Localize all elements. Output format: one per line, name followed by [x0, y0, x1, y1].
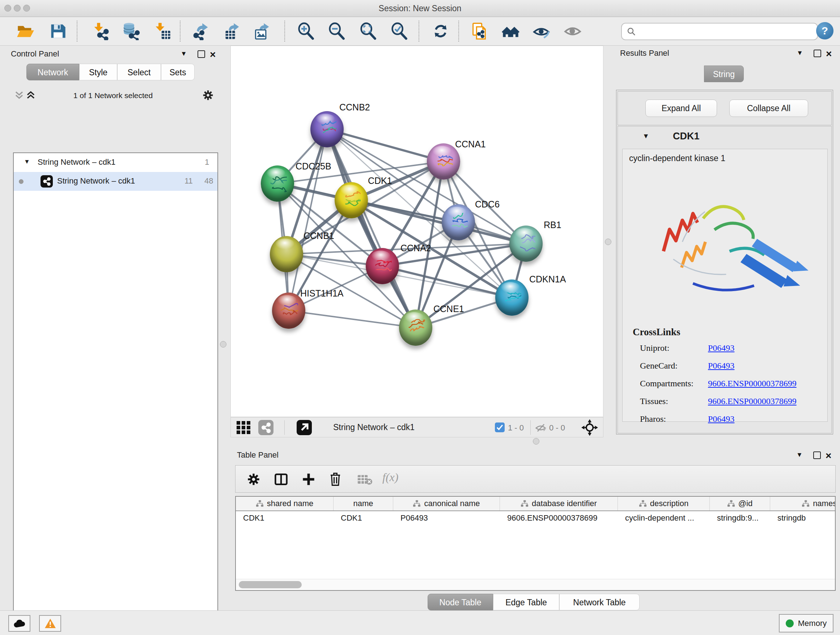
left-splitter-handle[interactable]: [220, 341, 226, 348]
results-panel-float-icon[interactable]: [813, 50, 821, 57]
network-node-CDC25B[interactable]: [261, 165, 294, 202]
hide-selected-button[interactable]: [532, 22, 551, 40]
export-network-button[interactable]: [192, 22, 210, 40]
hidden-count: 0 - 0: [549, 423, 565, 432]
search-input[interactable]: [621, 23, 818, 40]
network-edge[interactable]: [351, 200, 526, 244]
network-selection-status: 1 of 1 Network selected: [4, 91, 223, 100]
network-edge[interactable]: [289, 310, 416, 328]
column-header-name[interactable]: name: [333, 497, 393, 510]
network-node-CCNA2[interactable]: [366, 248, 399, 284]
apply-layout-button[interactable]: [431, 22, 450, 40]
tab-network[interactable]: Network: [27, 64, 79, 80]
network-node-CCNE1[interactable]: [399, 310, 432, 346]
pan-crosshair-icon[interactable]: [581, 419, 598, 438]
table-row[interactable]: CDK1CDK1P064939606.ENSP00000378699cyclin…: [236, 510, 836, 526]
crosslink-link[interactable]: 9606.ENSP00000378699: [708, 379, 797, 388]
network-node-RB1[interactable]: [509, 226, 543, 262]
export-table-button[interactable]: [223, 22, 241, 40]
delete-column-icon[interactable]: [328, 471, 343, 488]
table-cell: cyclin-dependent ...: [618, 510, 710, 526]
save-disk-icon: [49, 22, 67, 40]
protein-structure-thumbnail: [516, 234, 535, 253]
import-table-button[interactable]: [154, 22, 172, 40]
table-hscrollbar[interactable]: [236, 579, 835, 590]
add-column-icon[interactable]: [302, 472, 316, 488]
zoom-selected-button[interactable]: [390, 22, 408, 40]
network-node-CDKN1A[interactable]: [495, 279, 529, 316]
column-header-sharedname[interactable]: shared name: [236, 497, 333, 510]
node-label-CDKN1A: CDKN1A: [529, 274, 566, 285]
column-header-description[interactable]: description: [618, 497, 710, 510]
home-button[interactable]: [502, 22, 520, 40]
table-panel-menu-icon[interactable]: ▼: [795, 451, 804, 459]
tab-sets[interactable]: Sets: [161, 64, 195, 80]
export-table-icon: [223, 22, 241, 40]
table-panel-close-icon[interactable]: ×: [826, 452, 831, 459]
network-edge[interactable]: [289, 129, 327, 310]
crosslink-link[interactable]: 9606.ENSP00000378699: [708, 396, 797, 406]
import-network-icon: [91, 22, 109, 40]
crosslink-link[interactable]: P06493: [708, 414, 734, 424]
table-gear-icon[interactable]: [246, 472, 261, 488]
help-button[interactable]: ?: [816, 22, 834, 40]
network-row-selected[interactable]: String Network – cdk1 11 48: [14, 172, 218, 191]
hierarchy-icon: [727, 500, 735, 507]
network-node-CDK1[interactable]: [335, 182, 368, 218]
expand-all-button[interactable]: Expand All: [645, 100, 717, 117]
open-session-button[interactable]: [16, 22, 34, 40]
collection-expand-icon[interactable]: ▼: [24, 158, 30, 165]
collapse-all-button[interactable]: Collapse All: [729, 100, 808, 117]
memory-button[interactable]: Memory: [779, 614, 834, 632]
import-network-button[interactable]: [91, 22, 109, 40]
tab-select[interactable]: Select: [117, 64, 161, 80]
show-columns-icon[interactable]: [274, 472, 288, 488]
hidden-eye-slash-icon[interactable]: [535, 422, 547, 435]
zoom-fit-button[interactable]: [359, 22, 377, 40]
tab-network-table[interactable]: Network Table: [559, 594, 639, 610]
tab-edge-table[interactable]: Edge Table: [493, 594, 559, 610]
network-canvas[interactable]: CCNB2CCNA1CDC25BCDK1CDC6RB1CCNB1CCNA2CDK…: [231, 46, 603, 417]
control-panel-float-icon[interactable]: [197, 50, 205, 58]
table-panel-float-icon[interactable]: [813, 451, 821, 459]
selected-nodes-checkbox[interactable]: [495, 423, 505, 432]
results-panel-close-icon[interactable]: ×: [826, 50, 832, 57]
zoom-out-button[interactable]: [327, 22, 346, 40]
import-network-from-database-button[interactable]: [122, 22, 140, 40]
selected-count: 1 - 0: [508, 423, 524, 432]
tab-node-table[interactable]: Node Table: [428, 594, 493, 610]
results-panel-menu-icon[interactable]: ▼: [795, 49, 805, 57]
birds-eye-grid-icon[interactable]: [236, 420, 251, 436]
control-panel-close-icon[interactable]: ×: [210, 51, 216, 58]
export-image-button[interactable]: [253, 22, 271, 40]
network-node-CCNB1[interactable]: [270, 236, 303, 272]
clone-network-button[interactable]: [470, 22, 488, 40]
column-header-id[interactable]: @id: [710, 497, 770, 510]
zoom-in-button[interactable]: [297, 22, 315, 40]
show-all-button[interactable]: [564, 22, 582, 40]
save-session-button[interactable]: [49, 22, 67, 40]
crosslink-link[interactable]: P06493: [708, 361, 734, 371]
open-in-window-icon[interactable]: [297, 420, 312, 435]
right-splitter-handle[interactable]: [605, 239, 611, 245]
network-share-toggle-icon[interactable]: [258, 420, 273, 435]
network-panel-gear-icon[interactable]: [202, 89, 214, 103]
hscrollbar-thumb[interactable]: [239, 581, 302, 588]
column-header-canonicalname[interactable]: canonical name: [393, 497, 500, 510]
bottom-splitter-handle[interactable]: [533, 438, 539, 445]
tab-style[interactable]: Style: [79, 64, 117, 80]
entry-collapse-icon[interactable]: ▼: [643, 132, 649, 140]
crosslink-link[interactable]: P06493: [708, 343, 734, 353]
network-node-CCNB2[interactable]: [310, 111, 344, 147]
cloud-status-button[interactable]: [8, 615, 30, 632]
delete-table-icon: [357, 474, 372, 486]
network-collection-row[interactable]: ▼ String Network – cdk1 1: [14, 153, 218, 172]
export-network-icon: [192, 22, 210, 40]
tab-string[interactable]: String: [704, 65, 744, 82]
warning-status-button[interactable]: [39, 615, 61, 632]
node-label-CCNA2: CCNA2: [401, 243, 431, 253]
column-header-namespace[interactable]: namespace: [770, 497, 836, 510]
network-node-CDC6[interactable]: [442, 204, 475, 241]
column-header-databaseidentifier[interactable]: database identifier: [500, 497, 618, 510]
control-panel-menu-icon[interactable]: ▼: [179, 50, 188, 57]
